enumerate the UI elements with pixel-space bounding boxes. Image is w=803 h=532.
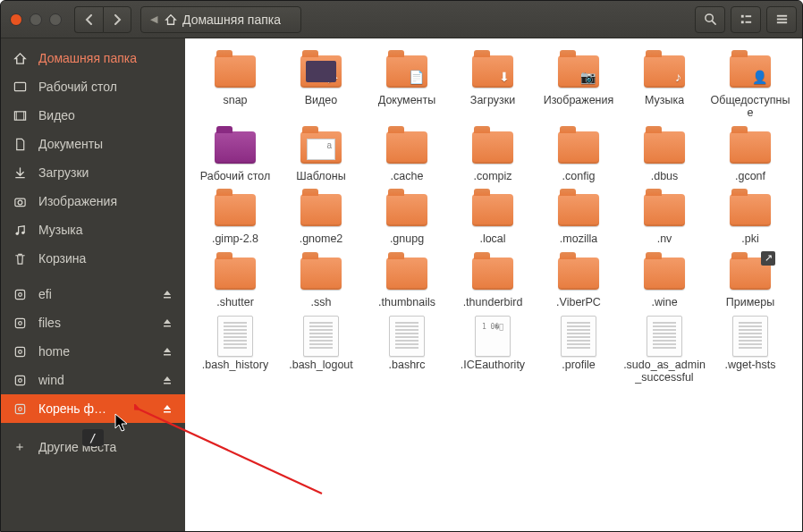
folder-item[interactable]: .gnome2 [280,188,362,247]
file-icon [641,316,688,357]
folder-icon: 👤 [727,51,773,92]
folder-item[interactable]: .gimp-2.8 [194,188,276,247]
folder-item[interactable]: 📄Документы [366,49,448,122]
folder-item[interactable]: .mozilla [537,188,620,247]
folder-item[interactable]: .gconf [709,125,791,184]
item-label: .bashrc [389,359,426,371]
folder-item[interactable]: snap [194,49,276,122]
document-icon [10,138,30,151]
folder-item[interactable]: .gnupg [366,188,448,247]
item-label: .dbus [651,170,679,182]
close-button[interactable] [10,13,22,26]
sidebar-item-trash[interactable]: Корзина [1,244,185,273]
sidebar-other-places[interactable]: ＋ Другие места [1,430,185,459]
folder-item[interactable]: .nv [623,188,706,247]
item-label: .gnome2 [300,232,343,245]
path-bar[interactable]: ◀ Домашняя папка [140,6,301,33]
folder-item[interactable]: .compiz [452,125,534,184]
back-button[interactable] [74,6,103,33]
eject-button[interactable] [158,314,176,332]
folder-icon [641,190,688,231]
file-item[interactable]: .bash_history [194,314,276,386]
folder-icon [641,253,688,294]
sidebar-item-label: wind [38,373,158,387]
svg-rect-8 [776,21,786,23]
folder-item[interactable]: .thunderbird [452,251,534,310]
eject-button[interactable] [158,285,176,303]
eject-button[interactable] [158,371,176,389]
sidebar-item-download[interactable]: Загрузки [1,158,185,187]
folder-item[interactable]: .pki [709,188,791,247]
sidebar-item-document[interactable]: Документы [1,130,185,158]
folder-item[interactable]: .cache [366,125,448,184]
sidebar-item-camera[interactable]: Изображения [1,187,185,215]
sidebar-item-home[interactable]: Домашняя папка [1,44,185,72]
folder-item[interactable]: .thumbnails [366,251,448,310]
content-view[interactable]: snap▶Видео📄Документы⬇Загрузки📷Изображени… [185,38,802,531]
folder-item[interactable]: ♪Музыка [623,49,706,122]
folder-item[interactable]: .config [537,125,620,184]
item-label: snap [223,94,247,106]
file-item[interactable]: .sudo_as_admin_successful [623,314,706,386]
sidebar-item-video[interactable]: Видео [1,101,185,130]
sidebar-mount-4[interactable]: Корень ф… [1,394,185,423]
folder-item[interactable]: .dbus [623,125,706,184]
folder-item[interactable]: ▶Видео [280,49,362,122]
svg-rect-7 [776,19,786,21]
sidebar-item-label: Корень ф… [38,401,158,416]
desktop-icon [10,80,30,94]
svg-rect-2 [740,15,743,18]
menu-button[interactable] [766,6,797,33]
file-item[interactable]: .profile [537,314,620,386]
svg-point-24 [18,378,21,382]
folder-item[interactable]: Рабочий стол [194,125,276,184]
svg-point-14 [18,200,22,205]
folder-icon [469,127,516,168]
nav-buttons [74,6,131,33]
forward-button[interactable] [103,6,131,33]
folder-item[interactable]: .wine [623,251,706,310]
svg-rect-5 [745,21,751,23]
sidebar-item-label: Рабочий стол [38,80,176,94]
item-label: Документы [378,94,435,106]
file-item[interactable]: .bash_logout [280,314,362,386]
minimize-button[interactable] [30,13,42,26]
item-label: Общедоступные [709,94,791,120]
folder-item[interactable]: .ssh [280,251,362,310]
trash-icon [10,252,30,266]
file-icon [555,316,602,357]
svg-point-18 [18,292,21,296]
folder-item[interactable]: 📷Изображения [537,49,620,122]
folder-item[interactable]: ⬇Загрузки [452,49,534,122]
download-icon [10,166,30,180]
sidebar-item-label: Документы [38,137,176,151]
file-item[interactable]: .ICEauthority [452,314,534,386]
disk-icon [10,374,30,387]
folder-item[interactable]: .local [452,188,534,247]
sidebar-mount-3[interactable]: wind [1,366,185,394]
folder-item[interactable]: ↗Примеры [709,251,791,310]
folder-icon: ⬇ [469,51,516,92]
folder-item[interactable]: 👤Общедоступные [709,49,791,122]
sidebar-mount-2[interactable]: home [1,337,185,366]
icon-grid: snap▶Видео📄Документы⬇Загрузки📷Изображени… [194,49,793,386]
eject-button[interactable] [158,400,176,418]
view-toggle-button[interactable] [731,6,761,33]
folder-item[interactable]: .shutter [194,251,276,310]
file-item[interactable]: .wget-hsts [709,314,791,386]
sidebar-item-music[interactable]: Музыка [1,215,185,244]
file-icon [384,316,430,357]
folder-item[interactable]: .ViberPC [537,251,620,310]
sidebar-item-label: efi [38,287,158,301]
sidebar-mount-0[interactable]: efi [1,280,185,308]
folder-icon [641,127,688,168]
window-controls [6,13,67,26]
sidebar-item-desktop[interactable]: Рабочий стол [1,72,185,101]
eject-button[interactable] [158,342,176,360]
search-button[interactable] [695,6,725,33]
file-item[interactable]: .bashrc [366,314,448,386]
sidebar-item-label: Корзина [38,251,176,266]
sidebar-mount-1[interactable]: files [1,308,185,337]
maximize-button[interactable] [49,13,62,26]
folder-item[interactable]: Шаблоны [280,125,362,184]
